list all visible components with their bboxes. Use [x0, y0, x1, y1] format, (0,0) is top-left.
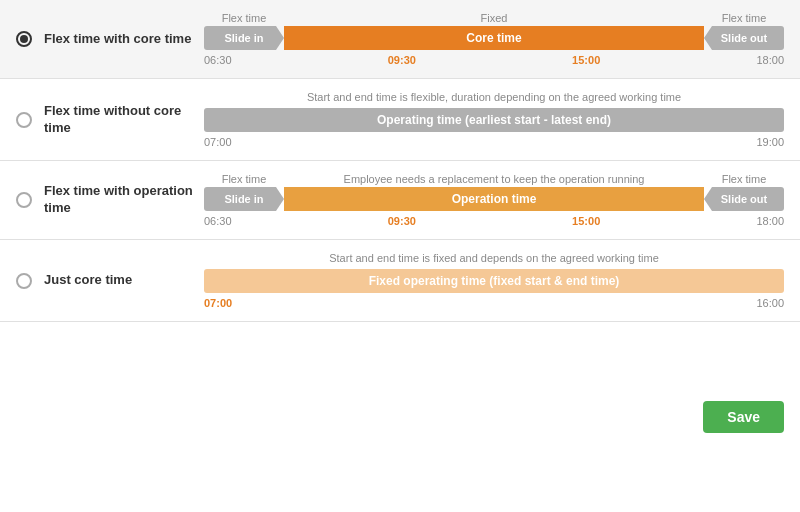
time-1500: 15:00: [572, 54, 600, 66]
time-op-0930: 09:30: [388, 215, 416, 227]
times-flex-operation: 06:30 09:30 15:00 18:00: [204, 215, 784, 227]
time-0630: 06:30: [204, 54, 232, 66]
time-op-1500: 15:00: [572, 215, 600, 227]
time-1800: 18:00: [756, 54, 784, 66]
diagram-flex-no-core: Start and end time is flexible, duration…: [204, 91, 784, 148]
section-just-core[interactable]: Just core time Start and end time is fix…: [0, 240, 800, 322]
times-just-core: 07:00 16:00: [204, 297, 784, 309]
top-label-op-right: Flex time: [704, 173, 784, 185]
time-0930: 09:30: [388, 54, 416, 66]
diagram-just-core: Start and end time is fixed and depends …: [204, 252, 784, 309]
time-op-1800: 18:00: [756, 215, 784, 227]
top-label-center: Fixed: [284, 12, 704, 24]
top-labels-flex-operation: Flex time Employee needs a replacement t…: [204, 173, 784, 185]
desc-just-core: Start and end time is fixed and depends …: [204, 252, 784, 264]
label-flex-no-core: Flex time without core time: [44, 103, 204, 137]
label-flex-operation: Flex time with operation time: [44, 183, 204, 217]
segment-fixed-operating: Fixed operating time (fixed start & end …: [204, 269, 784, 293]
radio-col-flex-operation: [16, 192, 44, 208]
segment-core-time: Core time: [284, 26, 704, 50]
diagram-flex-core: Flex time Fixed Flex time Slide in Core …: [204, 12, 784, 66]
save-button[interactable]: Save: [703, 401, 784, 433]
time-op-0630: 06:30: [204, 215, 232, 227]
main-container: Flex time with core time Flex time Fixed…: [0, 0, 800, 512]
radio-col-just-core: [16, 273, 44, 289]
times-flex-no-core: 07:00 19:00: [204, 136, 784, 148]
top-label-op-left: Flex time: [204, 173, 284, 185]
times-flex-core: 06:30 09:30 15:00 18:00: [204, 54, 784, 66]
section-flex-operation[interactable]: Flex time with operation time Flex time …: [0, 161, 800, 240]
label-just-core: Just core time: [44, 272, 204, 289]
time-1900: 19:00: [756, 136, 784, 148]
time-jc-0700: 07:00: [204, 297, 232, 309]
radio-flex-core[interactable]: [16, 31, 32, 47]
segment-slide-in-op: Slide in: [204, 187, 284, 211]
radio-flex-operation[interactable]: [16, 192, 32, 208]
segment-slide-out-op: Slide out: [704, 187, 784, 211]
section-flex-no-core[interactable]: Flex time without core time Start and en…: [0, 79, 800, 161]
time-0700: 07:00: [204, 136, 232, 148]
segment-slide-in: Slide in: [204, 26, 284, 50]
label-flex-core: Flex time with core time: [44, 31, 204, 48]
top-label-right: Flex time: [704, 12, 784, 24]
bar-flex-no-core: Operating time (earliest start - latest …: [204, 106, 784, 134]
bar-flex-core: Slide in Core time Slide out: [204, 24, 784, 52]
top-label-left: Flex time: [204, 12, 284, 24]
diagram-flex-operation: Flex time Employee needs a replacement t…: [204, 173, 784, 227]
radio-just-core[interactable]: [16, 273, 32, 289]
time-jc-1600: 16:00: [756, 297, 784, 309]
desc-flex-no-core: Start and end time is flexible, duration…: [204, 91, 784, 103]
radio-col-flex-core: [16, 31, 44, 47]
top-label-op-center: Employee needs a replacement to keep the…: [284, 173, 704, 185]
segment-operation-time: Operation time: [284, 187, 704, 211]
radio-col-flex-no-core: [16, 112, 44, 128]
segment-operating: Operating time (earliest start - latest …: [204, 108, 784, 132]
bar-flex-operation: Slide in Operation time Slide out: [204, 185, 784, 213]
footer: Save: [0, 322, 800, 512]
radio-flex-no-core[interactable]: [16, 112, 32, 128]
section-flex-core[interactable]: Flex time with core time Flex time Fixed…: [0, 0, 800, 79]
top-labels-flex-core: Flex time Fixed Flex time: [204, 12, 784, 24]
bar-just-core: Fixed operating time (fixed start & end …: [204, 267, 784, 295]
segment-slide-out: Slide out: [704, 26, 784, 50]
